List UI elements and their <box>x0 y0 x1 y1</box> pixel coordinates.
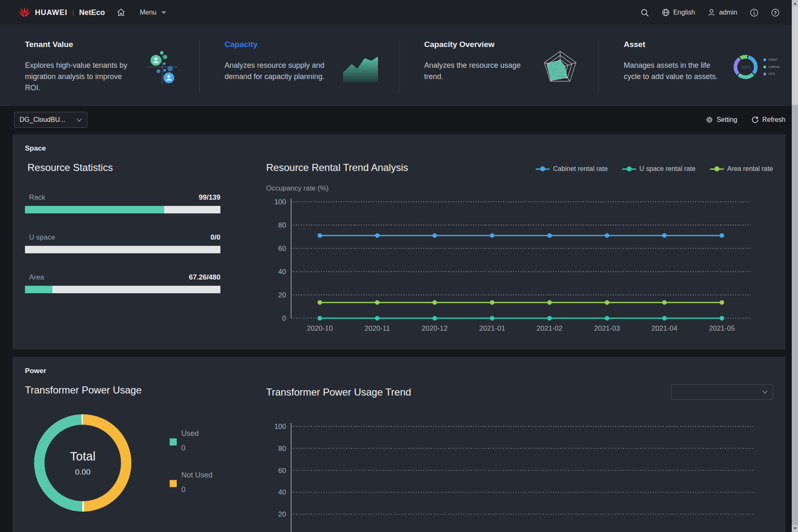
svg-text:2020-12: 2020-12 <box>422 324 447 332</box>
scroll-up-button[interactable] <box>792 0 798 7</box>
brand-text: HUAWEI <box>35 8 67 17</box>
chevron-down-icon <box>762 390 768 394</box>
gear-icon <box>706 116 713 124</box>
card-description: Analyzes resource supply and demand for … <box>225 60 331 82</box>
setting-label: Setting <box>716 116 737 124</box>
refresh-label: Refresh <box>762 116 786 124</box>
legend-label: Not Used <box>181 471 212 480</box>
legend-swatch <box>763 73 766 75</box>
language-switch[interactable]: English <box>662 8 695 17</box>
globe-icon <box>662 8 670 17</box>
refresh-button[interactable]: Refresh <box>751 116 786 124</box>
card-title: Capacity <box>225 40 331 49</box>
legend-value: 0 <box>181 444 212 453</box>
line-dot-marker-icon <box>536 167 550 171</box>
scrollbar-thumb[interactable] <box>792 7 798 105</box>
home-icon <box>116 8 126 17</box>
power-trend-chart: 020406080100 <box>266 420 761 532</box>
legend-label: Used <box>181 429 212 438</box>
legend-label: U space rental rate <box>640 165 696 173</box>
y-axis-label: Occupancy rate (%) <box>266 184 773 193</box>
svg-text:40: 40 <box>278 488 286 496</box>
site-selector[interactable]: DG_CloudBU... <box>14 112 87 128</box>
stat-uspace: U space 0/0 <box>25 233 220 253</box>
stat-label: Area <box>29 273 44 282</box>
card-title: Tenant Value <box>25 40 131 49</box>
svg-text:80: 80 <box>278 445 286 453</box>
rental-trend-legend: Cabinet rental rate U space rental rate <box>536 165 773 173</box>
user-menu[interactable]: admin <box>707 8 737 17</box>
site-selector-value: DG_CloudBU... <box>20 116 65 124</box>
card-description: Analyzes the resource usage trend. <box>424 60 530 82</box>
legend-label: Cabinet <box>768 65 780 69</box>
legend-item-uspace[interactable]: U space rental rate <box>622 165 696 173</box>
info-icon[interactable] <box>750 8 758 17</box>
stat-value: 0/0 <box>210 233 220 242</box>
legend-label: UPS <box>768 72 775 76</box>
card-title: Capacity Overview <box>424 40 530 49</box>
svg-text:2021-01: 2021-01 <box>479 324 505 332</box>
radar-chart-icon <box>540 47 580 87</box>
svg-text:80: 80 <box>278 221 286 229</box>
card-asset[interactable]: Asset Manages assets in the life cycle t… <box>598 40 798 94</box>
svg-text:20: 20 <box>278 510 286 518</box>
feature-cards-row: Tenant Value Explores high-value tenants… <box>0 25 798 106</box>
stat-rack: Rack 99/139 <box>25 193 220 213</box>
legend-item-cabinet[interactable]: Cabinet rental rate <box>536 165 608 173</box>
resource-statistics-title: Resource Statistics <box>27 162 220 173</box>
user-icon <box>707 8 716 17</box>
home-button[interactable] <box>116 8 126 17</box>
card-tenant-value[interactable]: Tenant Value Explores high-value tenants… <box>0 40 199 94</box>
power-trend-title: Transformer Power Usage Trend <box>266 386 411 398</box>
svg-text:0: 0 <box>282 314 286 322</box>
brand-separator: | <box>72 9 74 16</box>
svg-text:2021-05: 2021-05 <box>709 324 735 332</box>
progress-fill <box>25 286 52 293</box>
progress-track <box>25 286 220 293</box>
help-icon[interactable]: ? <box>771 8 780 17</box>
language-label: English <box>673 9 695 16</box>
page-scrollbar[interactable] <box>792 0 798 532</box>
legend-label: CRAC <box>768 58 778 62</box>
progress-track <box>25 206 220 213</box>
top-navigation-bar: HUAWEI | NetEco Menu English <box>0 0 798 25</box>
asset-mini-donut: 44% <box>734 55 758 79</box>
username-label: admin <box>719 9 737 16</box>
legend-label: Cabinet rental rate <box>553 165 608 173</box>
svg-text:100: 100 <box>274 423 286 431</box>
scroll-down-button[interactable] <box>792 525 798 532</box>
donut-total-label: Total <box>70 450 95 463</box>
stat-value: 99/139 <box>199 193 220 202</box>
stat-label: Rack <box>29 193 45 202</box>
chevron-down-icon <box>161 11 166 14</box>
rental-trend-title: Resource Rental Trend Analysis <box>266 162 408 173</box>
svg-text:60: 60 <box>278 245 286 252</box>
power-usage-title: Transformer Power Usage <box>25 384 220 396</box>
card-capacity[interactable]: Capacity Analyzes resource supply and de… <box>199 40 399 94</box>
legend-swatch <box>170 438 177 445</box>
legend-item-area[interactable]: Area rental rate <box>710 165 773 173</box>
legend-label: Area rental rate <box>727 165 773 173</box>
search-icon[interactable] <box>640 8 649 17</box>
up-arrow-icon <box>793 2 797 5</box>
menu-button[interactable]: Menu <box>140 9 166 16</box>
area-chart-icon <box>341 49 380 85</box>
huawei-brand: HUAWEI <box>18 7 67 17</box>
down-arrow-icon <box>793 527 797 530</box>
svg-text:20: 20 <box>278 291 286 299</box>
chevron-down-icon <box>77 118 82 122</box>
card-capacity-overview[interactable]: Capacity Overview Analyzes the resource … <box>399 40 598 94</box>
svg-text:40: 40 <box>278 268 286 276</box>
refresh-icon <box>751 116 759 124</box>
legend-item-used: Used 0 <box>170 429 212 453</box>
stat-value: 67.26/480 <box>189 273 220 282</box>
progress-track <box>25 246 220 253</box>
svg-text:2021-02: 2021-02 <box>536 324 562 332</box>
svg-text:2020-10: 2020-10 <box>307 324 333 332</box>
donut-total-value: 0.00 <box>75 468 91 477</box>
legend-item-not-used: Not Used 0 <box>170 471 212 494</box>
setting-button[interactable]: Setting <box>706 116 737 124</box>
svg-text:2021-04: 2021-04 <box>652 324 677 332</box>
menu-label: Menu <box>140 9 156 16</box>
power-trend-selector[interactable] <box>671 384 773 400</box>
